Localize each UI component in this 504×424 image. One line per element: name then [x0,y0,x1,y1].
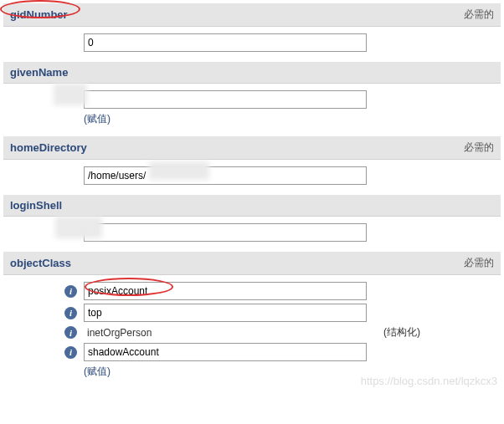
field-loginshell: loginShell [3,195,501,248]
objectclass-input-3[interactable] [84,343,367,361]
field-label: givenName [10,66,68,79]
required-badge: 必需的 [464,256,494,270]
field-header: givenName [3,62,501,84]
field-label: objectClass [10,257,71,269]
field-givenname: givenName (赋值) [3,62,501,133]
field-header: gidNumber 必需的 [3,3,501,27]
field-header: objectClass 必需的 [3,252,501,275]
loginshell-input[interactable] [84,223,367,242]
field-objectclass: objectClass 必需的 i i i inetOrgPerson (结构化… [3,252,501,386]
info-icon[interactable]: i [64,307,77,319]
field-label: homeDirectory [10,141,87,154]
field-label: gidNumber [10,8,68,21]
gidnumber-input[interactable] [84,33,367,52]
field-header: homeDirectory 必需的 [3,136,501,160]
info-icon[interactable]: i [64,285,77,298]
required-badge: 必需的 [464,140,494,155]
field-gidnumber: gidNumber 必需的 [3,3,501,59]
info-icon[interactable]: i [64,346,77,359]
objectclass-value-2: inetOrgPerson [84,325,155,340]
assign-value-link[interactable]: (赋值) [84,365,111,377]
structural-label: (结构化) [377,325,420,340]
field-header: loginShell [3,195,501,217]
required-badge: 必需的 [464,8,494,22]
field-label: loginShell [10,199,62,212]
field-homedirectory: homeDirectory 必需的 [3,136,501,192]
objectclass-input-1[interactable] [84,304,367,322]
givenname-input[interactable] [84,90,367,109]
info-icon[interactable]: i [64,326,77,339]
assign-value-link[interactable]: (赋值) [84,113,111,125]
homedirectory-input[interactable] [84,166,367,185]
objectclass-input-0[interactable] [84,282,367,300]
